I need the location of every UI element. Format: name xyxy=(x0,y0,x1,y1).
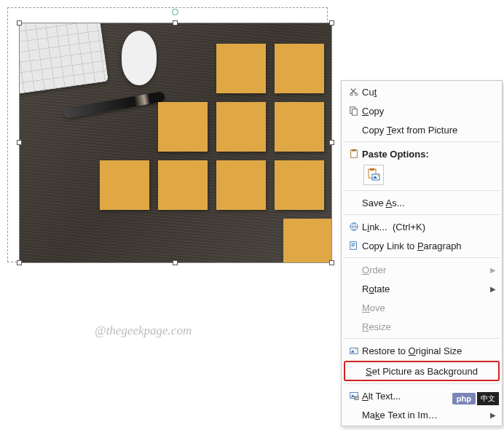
menu-move: Move xyxy=(342,298,502,317)
highlighted-item: Set Picture as Background xyxy=(344,361,500,381)
rotate-handle[interactable] xyxy=(172,9,178,15)
paste-options-row xyxy=(342,163,502,188)
menu-resize: Resize xyxy=(342,317,502,336)
svg-rect-15 xyxy=(355,396,358,399)
menu-label: Move xyxy=(362,302,496,313)
paste-picture-button[interactable] xyxy=(363,165,384,185)
submenu-arrow-icon: ▶ xyxy=(490,411,496,419)
menu-label: Cut xyxy=(362,87,496,98)
svg-point-1 xyxy=(355,93,358,96)
menu-label: Set Picture as Background xyxy=(366,366,492,377)
resize-handle[interactable] xyxy=(329,140,334,145)
resize-handle[interactable] xyxy=(173,260,178,265)
restore-icon xyxy=(346,345,362,356)
menu-label: Restore to Original Size xyxy=(362,345,496,356)
submenu-arrow-icon: ▶ xyxy=(490,285,496,293)
mouse-graphic xyxy=(122,31,157,85)
image-selection[interactable] xyxy=(19,23,332,263)
resize-handle[interactable] xyxy=(329,260,334,265)
menu-order: Order ▶ xyxy=(342,260,502,279)
menu-rotate[interactable]: Rotate ▶ xyxy=(342,279,502,298)
menu-copy-link-to-paragraph[interactable]: Copy Link to Paragraph xyxy=(342,236,502,255)
copy-icon xyxy=(346,106,362,116)
paste-icon xyxy=(346,149,362,159)
svg-rect-12 xyxy=(350,348,358,354)
menu-separator xyxy=(343,338,500,339)
menu-label: Make Text in Im… xyxy=(362,410,487,421)
svg-point-9 xyxy=(377,175,379,176)
resize-handle[interactable] xyxy=(17,20,22,26)
menu-paste-options-header: Paste Options: xyxy=(342,144,502,163)
menu-label: Rotate xyxy=(362,284,487,294)
svg-rect-11 xyxy=(350,242,357,250)
menu-label: Link... (Ctrl+K) xyxy=(362,222,496,232)
menu-label: Paste Options: xyxy=(362,149,496,160)
context-menu: Cut Copy Copy Text from Picture Paste Op… xyxy=(341,80,503,426)
alt-text-icon xyxy=(346,391,362,401)
menu-separator xyxy=(343,257,500,258)
php-badge: php xyxy=(452,393,476,404)
cut-icon xyxy=(346,87,362,97)
menu-label: Copy Text from Picture xyxy=(362,125,496,136)
resize-handle[interactable] xyxy=(173,20,178,26)
svg-point-13 xyxy=(355,349,357,351)
menu-restore-original-size[interactable]: Restore to Original Size xyxy=(342,341,502,360)
menu-label: Copy xyxy=(362,106,496,117)
resize-handle[interactable] xyxy=(17,260,22,265)
resize-handle[interactable] xyxy=(329,20,334,26)
menu-separator xyxy=(343,214,500,215)
resize-handle[interactable] xyxy=(17,140,22,145)
menu-copy[interactable]: Copy xyxy=(342,101,502,120)
paragraph-link-icon xyxy=(346,241,362,251)
menu-separator xyxy=(343,141,500,142)
menu-copy-text-from-picture[interactable]: Copy Text from Picture xyxy=(342,120,502,139)
menu-make-text-in-image[interactable]: Make Text in Im… ▶ xyxy=(342,405,502,424)
svg-rect-5 xyxy=(352,149,355,152)
cn-badge: 中文 xyxy=(477,392,499,405)
svg-rect-3 xyxy=(352,109,357,115)
picture-content xyxy=(20,23,331,262)
menu-link[interactable]: Link... (Ctrl+K) xyxy=(342,217,502,236)
menu-label: Resize xyxy=(362,321,496,332)
image-canvas xyxy=(7,7,328,262)
menu-cut[interactable]: Cut xyxy=(342,82,502,101)
watermark-text: @thegeekpage.com xyxy=(95,324,192,338)
menu-label: Order xyxy=(362,265,487,275)
menu-label: Save As... xyxy=(362,198,496,208)
menu-separator xyxy=(343,190,500,191)
menu-label: Copy Link to Paragraph xyxy=(362,241,496,251)
overlay-badges: php 中文 xyxy=(452,392,499,405)
link-icon xyxy=(346,222,362,232)
menu-set-picture-as-background[interactable]: Set Picture as Background xyxy=(345,362,498,380)
submenu-arrow-icon: ▶ xyxy=(490,266,496,274)
svg-rect-7 xyxy=(370,168,374,171)
menu-save-as[interactable]: Save As... xyxy=(342,193,502,212)
menu-separator xyxy=(343,383,500,384)
